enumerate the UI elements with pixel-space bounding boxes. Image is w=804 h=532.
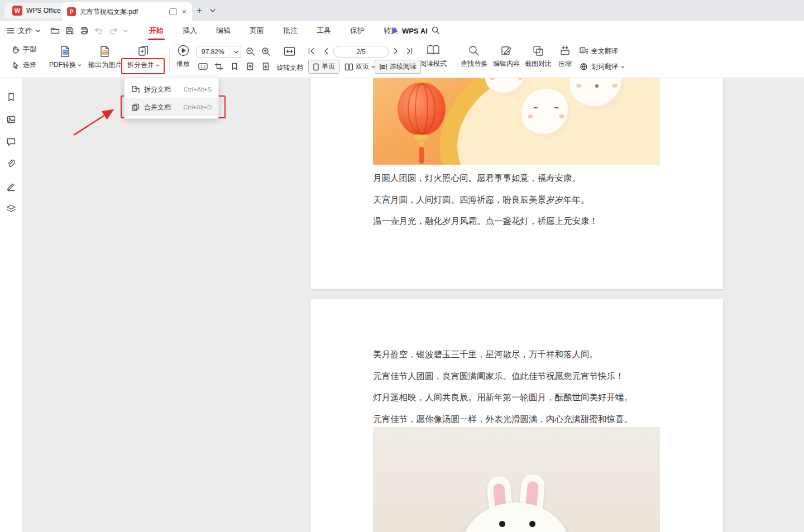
comments-panel-button[interactable] bbox=[6, 136, 17, 147]
single-page-toggle[interactable]: 单页 bbox=[308, 60, 339, 74]
pdf-convert-button[interactable]: PDF转换 bbox=[47, 45, 84, 70]
actual-size-icon: 1:1 bbox=[198, 62, 208, 71]
app-home-tab[interactable]: W WPS Office bbox=[4, 3, 69, 18]
page-indicator: 2/5 bbox=[356, 48, 366, 56]
reading-mode-button[interactable]: 阅读模式 bbox=[419, 44, 448, 69]
print-icon[interactable] bbox=[80, 26, 89, 35]
zoom-in-button[interactable] bbox=[261, 47, 271, 56]
menu-item-shortcut: Ctrl+Alt+D bbox=[183, 104, 212, 111]
rabbit-eye bbox=[499, 521, 505, 527]
first-page-icon bbox=[307, 47, 315, 55]
document-tab[interactable]: P 元宵节祝福文案.pdf × bbox=[63, 2, 192, 21]
continuous-scroll-icon bbox=[379, 63, 387, 71]
edit-content-button[interactable]: 编辑内容 bbox=[489, 45, 524, 69]
find-replace-button[interactable]: 查找替换 bbox=[457, 45, 491, 69]
menu-item-split-document[interactable]: 拆分文档 Ctrl+Alt+S bbox=[125, 80, 218, 98]
bookmarks-panel-button[interactable] bbox=[6, 92, 17, 103]
tab-preview-icon[interactable] bbox=[169, 8, 177, 15]
tab-edit[interactable]: 编辑 bbox=[207, 21, 240, 40]
double-page-toggle[interactable]: 双页 bbox=[341, 60, 379, 74]
file-menu-button[interactable]: 文件 bbox=[7, 21, 40, 40]
svg-text:A: A bbox=[581, 49, 584, 52]
first-page-button[interactable] bbox=[307, 47, 315, 55]
fit-page-button[interactable] bbox=[283, 45, 296, 57]
paragraph: 月圆人团圆，灯火照心间。愿君事事如意，福寿安康。 bbox=[373, 167, 670, 189]
tab-page[interactable]: 页面 bbox=[240, 21, 274, 40]
menu-item-merge-document[interactable]: 合并文档 Ctrl+Alt+D bbox=[125, 98, 218, 116]
page-number-input[interactable]: 2/5 bbox=[333, 46, 389, 57]
thumbnails-panel-button[interactable] bbox=[6, 114, 17, 125]
full-translate-icon: A bbox=[580, 47, 588, 55]
new-tab-button[interactable]: + bbox=[197, 5, 202, 16]
comment-icon bbox=[6, 137, 16, 147]
document-canvas[interactable]: 月圆人团圆，灯火照心间。愿君事事如意，福寿安康。 天宫月圆，人间灯圆。四海祈愿，… bbox=[22, 78, 804, 532]
compress-button[interactable]: 压缩 bbox=[554, 45, 576, 69]
save-icon[interactable] bbox=[65, 26, 74, 35]
export-image-button[interactable]: 输出为图片 bbox=[85, 45, 125, 70]
zoom-out-button[interactable] bbox=[246, 47, 255, 56]
insert-page-button[interactable] bbox=[246, 62, 255, 71]
tab-list-caret-icon[interactable] bbox=[210, 9, 216, 12]
chevron-down-icon bbox=[234, 51, 238, 54]
page-insert-icon bbox=[246, 62, 255, 71]
undo-icon[interactable] bbox=[94, 27, 103, 35]
signature-panel-button[interactable] bbox=[6, 181, 17, 192]
delete-page-button[interactable] bbox=[261, 62, 270, 71]
attachments-panel-button[interactable] bbox=[6, 159, 17, 170]
wps-ai-button[interactable]: WPS AI bbox=[391, 21, 428, 40]
pdf-convert-label: PDF转换 bbox=[49, 60, 76, 70]
export-image-label: 输出为图片 bbox=[88, 60, 122, 70]
search-icon[interactable] bbox=[431, 26, 440, 35]
redo-icon[interactable] bbox=[109, 27, 118, 35]
continuous-reading-toggle[interactable]: 连续阅读 bbox=[375, 60, 421, 74]
page2-text-block: 美月盈空，银波碧玉三千里，星河散尽，万千祥和落人间。 元宵佳节人团圆，良宵圆满阖… bbox=[373, 344, 670, 430]
tab-close-icon[interactable]: × bbox=[181, 7, 188, 16]
more-commands-caret-icon[interactable] bbox=[123, 30, 128, 32]
split-merge-dropdown: 拆分文档 Ctrl+Alt+S 合并文档 Ctrl+Alt+D bbox=[124, 78, 219, 119]
split-merge-button[interactable]: 拆分合并 bbox=[124, 45, 163, 70]
paragraph: 天宫月圆，人间灯圆。四海祈愿，盼良辰美景岁岁年年。 bbox=[373, 189, 670, 211]
paragraph: 温一壶月光，融化岁月风霜。点一盏花灯，祈愿上元安康！ bbox=[373, 210, 670, 232]
tab-tools[interactable]: 工具 bbox=[307, 21, 341, 40]
open-file-icon[interactable] bbox=[50, 26, 60, 35]
select-tool-button[interactable]: 选择 bbox=[11, 60, 36, 70]
layers-panel-button[interactable] bbox=[6, 203, 17, 214]
compress-label: 压缩 bbox=[558, 59, 572, 69]
next-page-button[interactable] bbox=[393, 47, 399, 55]
screenshot-compare-label: 截图对比 bbox=[525, 59, 552, 69]
crop-page-button[interactable] bbox=[214, 62, 223, 71]
hand-tool-button[interactable]: 手型 bbox=[11, 45, 36, 54]
split-document-icon bbox=[131, 85, 140, 94]
play-button[interactable]: 播放 bbox=[172, 44, 194, 69]
word-translate-button[interactable]: 划词翻译 bbox=[580, 62, 625, 71]
rotate-document-button[interactable]: 旋转文档 bbox=[276, 63, 303, 73]
ribbon-toolbar: 手型 选择 PDF转换 输出为图片 拆分合并 播放 97.82% bbox=[0, 40, 804, 78]
tab-home[interactable]: 开始 bbox=[140, 21, 173, 40]
zoom-combobox[interactable]: 97.82% bbox=[197, 46, 241, 58]
zoom-out-icon bbox=[246, 47, 255, 56]
tab-insert[interactable]: 插入 bbox=[173, 21, 207, 40]
previous-page-button[interactable] bbox=[323, 47, 329, 55]
lantern-festival-illustration bbox=[373, 78, 660, 165]
screenshot-compare-icon bbox=[532, 45, 544, 57]
zoom-in-icon bbox=[261, 47, 271, 56]
layers-icon bbox=[6, 204, 16, 214]
fit-width-icon bbox=[283, 45, 296, 57]
screenshot-compare-button[interactable]: 截图对比 bbox=[521, 45, 556, 69]
last-page-icon bbox=[405, 47, 414, 55]
word-translate-icon bbox=[580, 63, 588, 71]
split-merge-icon bbox=[137, 45, 150, 58]
find-replace-icon bbox=[468, 45, 480, 57]
hand-icon bbox=[11, 45, 20, 54]
tab-comment[interactable]: 批注 bbox=[274, 21, 307, 40]
flag-icon bbox=[230, 62, 239, 71]
chevron-right-icon bbox=[393, 47, 399, 55]
pdf-file-icon: P bbox=[67, 7, 76, 16]
bookmark-page-button[interactable] bbox=[230, 62, 239, 71]
bookmark-icon bbox=[6, 92, 16, 102]
tab-protect[interactable]: 保护 bbox=[341, 21, 374, 40]
page-delete-icon bbox=[261, 62, 270, 71]
last-page-button[interactable] bbox=[405, 47, 414, 55]
full-translate-button[interactable]: A 全文翻译 bbox=[580, 46, 618, 56]
actual-size-button[interactable]: 1:1 bbox=[198, 62, 208, 71]
